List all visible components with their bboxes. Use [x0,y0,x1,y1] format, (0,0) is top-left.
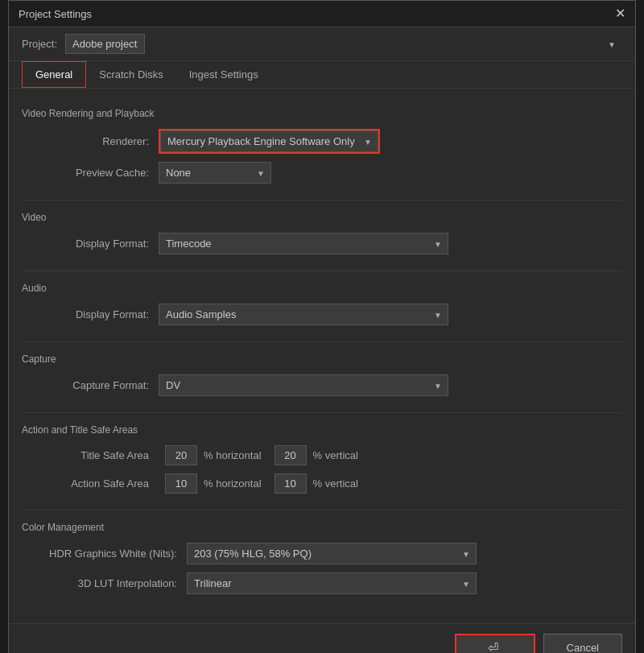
capture-section: Capture Capture Format: DV [22,353,622,396]
preview-cache-row: Preview Cache: None [22,162,622,184]
project-label: Project: [22,38,57,50]
hdr-select[interactable]: 203 (75% HLG, 58% PQ) [187,543,477,564]
safe-areas-section: Action and Title Safe Areas Title Safe A… [22,424,622,494]
dialog-title: Project Settings [19,8,92,20]
project-row: Project: Adobe project [9,27,635,61]
ok-icon: ⏎ [488,640,498,653]
audio-display-format-row: Display Format: Audio Samples [22,304,622,325]
project-select-wrapper: Adobe project [65,34,622,54]
safe-areas-title: Action and Title Safe Areas [22,424,622,436]
action-safe-v-input[interactable] [275,473,307,494]
video-title: Video [22,212,622,223]
preview-cache-select[interactable]: None [159,162,271,184]
tabs-row: General Scratch Disks Ingest Settings [9,61,635,89]
action-safe-h-input[interactable] [165,473,197,494]
hdr-row: HDR Graphics White (Nits): 203 (75% HLG,… [22,543,622,564]
lut-label: 3D LUT Interpolation: [38,577,187,589]
tab-general[interactable]: General [22,61,86,88]
video-display-format-row: Display Format: Timecode [22,233,622,254]
content-area: Video Rendering and Playback Renderer: M… [9,89,635,623]
preview-cache-select-wrapper: None [159,162,271,184]
ok-button[interactable]: ⏎ [455,634,535,653]
capture-format-row: Capture Format: DV [22,374,622,396]
divider-3 [22,341,622,342]
capture-format-label: Capture Format: [38,379,159,391]
title-safe-row: Title Safe Area % horizontal % vertical [22,445,622,465]
footer: ⏎ Cancel [9,623,635,653]
title-safe-h-unit: % horizontal [204,449,262,461]
renderer-select[interactable]: Mercury Playback Engine Software Only [160,130,378,152]
title-safe-label: Title Safe Area [38,449,159,461]
color-management-title: Color Management [22,522,622,533]
tab-ingest-settings[interactable]: Ingest Settings [176,61,271,88]
lut-select[interactable]: Trilinear [187,572,477,594]
action-safe-v-unit: % vertical [313,477,358,490]
renderer-row: Renderer: Mercury Playback Engine Softwa… [22,129,622,154]
capture-format-select[interactable]: DV [159,374,448,396]
divider-1 [22,200,622,200]
audio-display-format-wrapper: Audio Samples [159,304,448,325]
divider-2 [22,271,622,271]
video-rendering-section: Video Rendering and Playback Renderer: M… [22,108,622,184]
title-bar: Project Settings ✕ [9,1,635,27]
audio-display-format-select[interactable]: Audio Samples [159,304,448,325]
hdr-label: HDR Graphics White (Nits): [38,548,187,560]
title-safe-v-unit: % vertical [313,449,358,461]
capture-title: Capture [22,353,622,365]
hdr-select-wrapper: 203 (75% HLG, 58% PQ) [187,543,477,564]
video-rendering-title: Video Rendering and Playback [22,108,622,119]
divider-4 [22,412,622,413]
divider-5 [22,510,622,510]
video-display-format-label: Display Format: [38,238,159,250]
audio-section: Audio Display Format: Audio Samples [22,283,622,325]
video-display-format-select[interactable]: Timecode [159,233,448,254]
project-select[interactable]: Adobe project [65,34,145,54]
video-section: Video Display Format: Timecode [22,212,622,254]
project-settings-dialog: Project Settings ✕ Project: Adobe projec… [8,0,636,653]
lut-select-wrapper: Trilinear [187,572,477,594]
close-button[interactable]: ✕ [615,7,625,20]
audio-title: Audio [22,283,622,294]
title-safe-v-input[interactable] [275,445,307,465]
lut-row: 3D LUT Interpolation: Trilinear [22,572,622,594]
cancel-button[interactable]: Cancel [543,634,622,653]
audio-display-format-label: Display Format: [38,308,159,320]
renderer-select-wrapper: Mercury Playback Engine Software Only [159,129,380,154]
tab-scratch-disks[interactable]: Scratch Disks [86,61,175,88]
action-safe-h-unit: % horizontal [204,477,262,490]
color-management-section: Color Management HDR Graphics White (Nit… [22,522,622,594]
action-safe-label: Action Safe Area [38,477,159,490]
renderer-label: Renderer: [38,135,159,147]
video-display-format-wrapper: Timecode [159,233,448,254]
action-safe-row: Action Safe Area % horizontal % vertical [22,473,622,494]
preview-cache-label: Preview Cache: [38,167,159,179]
title-safe-h-input[interactable] [165,445,197,465]
capture-format-wrapper: DV [159,374,448,396]
